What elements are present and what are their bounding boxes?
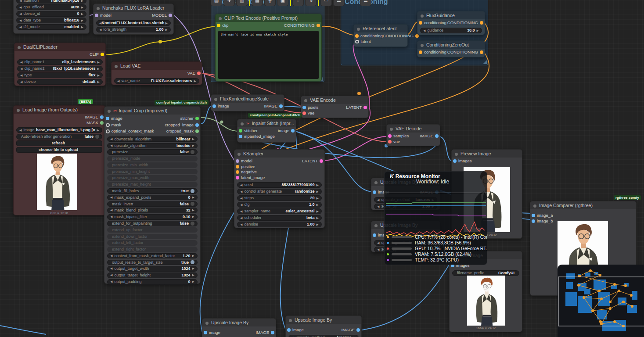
decrement-arrow-icon[interactable]: ◀ (110, 214, 112, 220)
collapse-dot[interactable] (108, 110, 111, 113)
decrement-arrow-icon[interactable]: ◀ (291, 335, 294, 337)
widget-cfg[interactable]: ◀cfg1.0▶ (237, 202, 322, 208)
increment-arrow-icon[interactable]: ▶ (97, 72, 100, 78)
widget-seed[interactable]: ◀seed852388177903199▶ (237, 182, 322, 188)
collapse-dot[interactable] (18, 46, 21, 49)
input-port-image[interactable] (204, 331, 207, 334)
decrement-arrow-icon[interactable]: ◀ (240, 222, 242, 227)
increment-arrow-icon[interactable]: ▶ (194, 78, 196, 84)
collapse-dot[interactable] (115, 65, 118, 68)
widget-extend_for_outpainting[interactable]: extend_for_outpaintingfalse (107, 221, 198, 226)
node-load-vae[interactable]: Load VAE VAE ◀vae_nameFLUX1\ae.safetenso… (111, 61, 202, 85)
decrement-arrow-icon[interactable]: ◀ (110, 195, 112, 201)
increment-arrow-icon[interactable]: ▶ (81, 24, 83, 30)
widget-device[interactable]: ◀devicedefault▶ (17, 79, 103, 85)
output-port-stitcher[interactable] (195, 117, 199, 120)
widget-mask_blend_pixels[interactable]: ◀mask_blend_pixels32▶ (107, 208, 198, 213)
collapse-dot[interactable] (97, 7, 100, 10)
input-port-optional_context_mask[interactable] (106, 129, 110, 133)
increment-arrow-icon[interactable]: ▶ (165, 27, 168, 32)
widget-vae_name[interactable]: ◀vae_nameFLUX1\ae.safetensors▶ (114, 78, 199, 84)
output-port-CLIP[interactable] (101, 53, 104, 56)
increment-arrow-icon[interactable]: ▶ (192, 272, 194, 278)
collapse-dot[interactable] (357, 28, 360, 31)
node-conditioningzeroout[interactable]: ConditioningZeroOut conditioningCONDITIO… (417, 40, 485, 57)
align-bottom-icon[interactable]: ▣ (277, 0, 288, 6)
widget-clip_name2[interactable]: ◀clip_name2t5xxl_fp16.safetensors▶ (17, 66, 103, 72)
decrement-arrow-icon[interactable]: ◀ (240, 195, 242, 201)
decrement-arrow-icon[interactable]: ◀ (377, 247, 379, 252)
output-port-CONDITIONING[interactable] (480, 21, 483, 25)
stretch-icon[interactable]: ▭ (320, 0, 332, 6)
minimap[interactable] (558, 265, 644, 337)
decrement-arrow-icon[interactable]: ◀ (240, 202, 242, 208)
widget-mask_invert[interactable]: mask_invertfalse (107, 201, 198, 207)
node-inpaint-crop[interactable]: ✂Inpaint Crop (Improved) imagestitcherma… (104, 106, 201, 284)
align-left-icon[interactable]: ▤ (211, 0, 222, 6)
increment-arrow-icon[interactable]: ▶ (97, 66, 100, 72)
reroute-dot[interactable] (220, 121, 223, 124)
decrement-arrow-icon[interactable]: ◀ (117, 78, 119, 84)
align-toolbar[interactable]: ▤✚▥▦╋▣↔⇅▭☰☰ (211, 0, 345, 6)
widget-upscale_algorithm[interactable]: ◀upscale_algorithmbicubic▶ (107, 143, 198, 149)
input-port-clip[interactable] (217, 24, 220, 27)
increment-arrow-icon[interactable]: ▶ (81, 11, 83, 17)
decrement-arrow-icon[interactable]: ◀ (110, 266, 112, 272)
widget-Auto-refresh-after-generation[interactable]: Auto-refresh after generationfalse (16, 134, 102, 140)
collapse-dot[interactable] (241, 122, 244, 125)
prompt-textarea[interactable]: the man's face is now sketch style (218, 31, 319, 79)
input-port-conditioning[interactable] (419, 50, 422, 54)
input-port-image_b[interactable] (532, 219, 535, 223)
node-inpaint-stitch[interactable]: ✂Inpaint Stitch (Impr... stitcherimagein… (237, 119, 296, 143)
increment-arrow-icon[interactable]: ▶ (317, 222, 319, 227)
node-vae-encode[interactable]: VAE Encode pixelsLATENTvae (301, 96, 369, 118)
increment-arrow-icon[interactable]: ▶ (81, 18, 83, 23)
node-clip-text-encode[interactable]: CLIP Text Encode (Positive Prompt) clipC… (215, 14, 322, 82)
increment-arrow-icon[interactable]: ▶ (97, 127, 99, 133)
input-port-latent_image[interactable] (236, 176, 239, 179)
collapse-dot[interactable] (237, 153, 241, 156)
input-port-image[interactable] (373, 233, 376, 237)
input-port-conditioning[interactable] (419, 21, 422, 25)
input-port-image[interactable] (212, 104, 216, 108)
node-load-image-from-outputs[interactable]: Load Image (from Outputs) IMAGEMASK ◀ima… (13, 105, 105, 215)
input-port-vae[interactable] (302, 111, 306, 115)
toggle-dot[interactable] (95, 135, 99, 139)
widget-upscale_method[interactable]: ◀upscale_methodlanczos▶ (288, 335, 359, 337)
decrement-arrow-icon[interactable]: ◀ (99, 27, 101, 32)
widget-choose-file-to-upload[interactable]: choose file to upload (16, 147, 102, 153)
widget-output_target_height[interactable]: ◀output_target_height1024▶ (107, 272, 198, 278)
decrement-arrow-icon[interactable]: ◀ (19, 18, 22, 23)
widget-attention[interactable]: ◀attentionnunchaku-fp16▶ (16, 0, 86, 4)
increment-arrow-icon[interactable]: ▶ (192, 143, 194, 149)
menu-icon[interactable]: ☰ (360, 0, 371, 6)
reroute-dot[interactable] (158, 40, 162, 43)
toggle-dot[interactable] (191, 202, 194, 206)
node-graph-canvas[interactable]: Step 3 - Prompt Conditioning (0, 0, 644, 337)
decrement-arrow-icon[interactable]: ◀ (240, 182, 242, 188)
decrement-arrow-icon[interactable]: ◀ (240, 189, 242, 194)
node-nunchaku-lora-loader[interactable]: Nunchaku FLUX LoRA Loader modelMODEL ◀Ko… (93, 4, 174, 35)
output-port-CONDITIONING[interactable] (480, 50, 483, 54)
input-port-mask[interactable] (106, 123, 110, 127)
collapse-dot[interactable] (289, 319, 292, 322)
decrement-arrow-icon[interactable]: ◀ (110, 143, 112, 149)
decrement-arrow-icon[interactable]: ◀ (19, 11, 22, 17)
increment-arrow-icon[interactable]: ▶ (317, 202, 319, 208)
increment-arrow-icon[interactable]: ▶ (192, 214, 194, 220)
toggle-dot[interactable] (191, 222, 194, 226)
increment-arrow-icon[interactable]: ▶ (317, 189, 319, 194)
increment-arrow-icon[interactable]: ▶ (192, 253, 194, 259)
align-middle-icon[interactable]: ╋ (264, 0, 276, 6)
increment-arrow-icon[interactable]: ▶ (192, 195, 194, 201)
align-top-icon[interactable]: ▦ (252, 0, 263, 6)
increment-arrow-icon[interactable]: ▶ (97, 79, 100, 85)
increment-arrow-icon[interactable]: ▶ (192, 208, 194, 213)
toggle-dot[interactable] (191, 150, 194, 154)
output-port-MASK[interactable] (100, 121, 104, 125)
collapse-dot[interactable] (17, 109, 20, 112)
decrement-arrow-icon[interactable]: ◀ (20, 59, 22, 65)
distribute-h-icon[interactable]: ↔ (292, 0, 304, 6)
saved-image-preview[interactable] (467, 276, 505, 326)
collapse-dot[interactable] (421, 14, 424, 18)
